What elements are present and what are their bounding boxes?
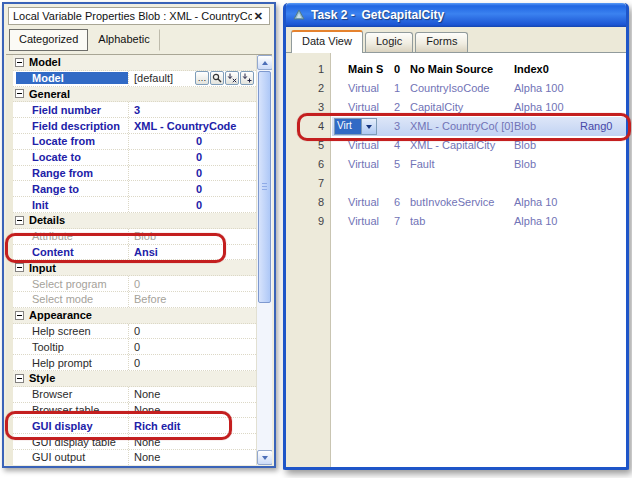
- property-label: Select program: [16, 278, 128, 290]
- collapse-icon[interactable]: [15, 311, 24, 320]
- property-label: Range from: [16, 167, 128, 179]
- property-label: Model: [16, 72, 128, 84]
- cell-attr: Alpha 10: [514, 215, 557, 227]
- dataview-row[interactable]: 8 Virtual 6 butInvokeService Alpha 10: [286, 193, 626, 212]
- tab-alphabetic[interactable]: Alphabetic: [88, 29, 159, 51]
- scrollbar-thumb[interactable]: [258, 71, 271, 303]
- property-row[interactable]: GUI output None: [13, 450, 256, 465]
- properties-tab-bar: Categorized Alphabetic: [9, 29, 160, 51]
- cell-name: butInvokeService: [410, 196, 513, 208]
- property-value: [default]: [134, 72, 173, 84]
- tab-data-view[interactable]: Data View: [291, 30, 363, 53]
- cell-type: Virtual: [348, 101, 394, 113]
- collapse-icon[interactable]: [15, 58, 24, 67]
- property-row[interactable]: Help prompt 0: [13, 355, 256, 371]
- tab-logic[interactable]: Logic: [365, 32, 413, 52]
- close-icon[interactable]: ✕: [252, 10, 265, 23]
- category-label: General: [29, 88, 70, 100]
- attach-model-button[interactable]: [240, 71, 254, 85]
- property-label: Browser: [16, 388, 128, 400]
- property-label: Help prompt: [16, 357, 128, 369]
- property-value: 0: [134, 199, 202, 211]
- tab-categorized[interactable]: Categorized: [9, 29, 88, 51]
- property-value: 0: [134, 167, 202, 179]
- cell-name: No Main Source: [410, 63, 513, 75]
- line-number: 7: [286, 177, 324, 189]
- cell-seq: 1: [394, 82, 400, 94]
- properties-title-bar[interactable]: Local Variable Properties Blob : XML - C…: [8, 7, 270, 25]
- detach-model-button[interactable]: [225, 71, 239, 85]
- scroll-down-button[interactable]: [257, 450, 272, 465]
- property-value: None: [134, 451, 160, 463]
- browse-button[interactable]: …: [195, 71, 209, 85]
- property-label: Range to: [16, 183, 128, 195]
- scroll-up-button[interactable]: [257, 55, 272, 70]
- line-number: 3: [286, 101, 324, 113]
- line-number: 1: [286, 63, 324, 75]
- category-row-style[interactable]: Style: [13, 371, 256, 387]
- property-row-model[interactable]: Model [default] …: [13, 71, 256, 87]
- cell-name: CountryIsoCode: [410, 82, 513, 94]
- property-row[interactable]: Init 0: [13, 197, 256, 213]
- collapse-icon[interactable]: [15, 263, 24, 272]
- cell-attr: Alpha 100: [514, 82, 564, 94]
- property-label: Tooltip: [16, 341, 128, 353]
- collapse-icon[interactable]: [15, 216, 24, 225]
- property-value: XML - CountryCode: [134, 120, 236, 132]
- property-row[interactable]: Range from 0: [13, 166, 256, 182]
- property-row[interactable]: Select program 0: [13, 276, 256, 292]
- dataview-row[interactable]: 6 Virtual 5 Fault Blob: [286, 155, 626, 174]
- property-row[interactable]: Field number 3: [13, 102, 256, 118]
- dataview-row-main-source[interactable]: 1 Main S 0 No Main Source Index0: [286, 60, 626, 79]
- property-label: GUI output: [16, 451, 128, 463]
- property-value: 0: [134, 135, 202, 147]
- zoom-button[interactable]: [210, 71, 224, 85]
- cell-seq: 6: [394, 196, 400, 208]
- annotation-box-gui-display: [5, 411, 232, 440]
- line-number: 2: [286, 82, 324, 94]
- cell-type: Virtual: [348, 82, 394, 94]
- property-value: Before: [134, 293, 166, 305]
- property-value: 0: [134, 151, 202, 163]
- property-label: Select mode: [16, 293, 128, 305]
- dataview-row[interactable]: 9 Virtual 7 tab Alpha 10: [286, 212, 626, 231]
- property-row[interactable]: Locate to 0: [13, 150, 256, 166]
- category-row-model[interactable]: Model: [13, 55, 256, 71]
- property-row[interactable]: Select mode Before: [13, 292, 256, 308]
- cell-name: CapitalCity: [410, 101, 513, 113]
- property-label: Locate from: [16, 135, 128, 147]
- cell-seq: 5: [394, 158, 400, 170]
- cell-seq: 0: [394, 63, 400, 75]
- line-number: 9: [286, 215, 324, 227]
- property-row[interactable]: Browser None: [13, 387, 256, 403]
- category-label: Style: [29, 372, 55, 384]
- task-window: Task 2 - GetCapitalCity Data View Logic …: [283, 3, 629, 470]
- scrollbar[interactable]: [256, 55, 272, 465]
- property-value: None: [134, 388, 160, 400]
- dataview-row-empty[interactable]: 7: [286, 174, 626, 193]
- property-row[interactable]: Range to 0: [13, 181, 256, 197]
- cell-attr: Index0: [514, 63, 549, 75]
- annotation-box-selected-row: [297, 113, 631, 141]
- property-row[interactable]: Field description XML - CountryCode: [13, 118, 256, 134]
- collapse-icon[interactable]: [15, 374, 24, 383]
- property-row[interactable]: Locate from 0: [13, 134, 256, 150]
- property-row[interactable]: Help screen 0: [13, 324, 256, 340]
- properties-title: Local Variable Properties Blob : XML - C…: [13, 10, 252, 22]
- property-label: Help screen: [16, 325, 128, 337]
- category-row-details[interactable]: Details: [13, 213, 256, 229]
- annotation-box-content: [5, 233, 226, 263]
- category-row-general[interactable]: General: [13, 87, 256, 103]
- window-title-bar[interactable]: Task 2 - GetCapitalCity: [286, 3, 626, 27]
- category-row-appearance[interactable]: Appearance: [13, 308, 256, 324]
- category-label: Input: [29, 262, 56, 274]
- dataview-row[interactable]: 2 Virtual 1 CountryIsoCode Alpha 100: [286, 79, 626, 98]
- cell-seq: 2: [394, 101, 400, 113]
- property-label: Init: [16, 199, 128, 211]
- collapse-icon[interactable]: [15, 89, 24, 98]
- window-tab-bar: Data View Logic Forms: [286, 27, 626, 52]
- cell-type: Virtual: [348, 158, 394, 170]
- tab-forms[interactable]: Forms: [415, 32, 468, 52]
- property-row[interactable]: Tooltip 0: [13, 339, 256, 355]
- task-icon: [292, 8, 306, 22]
